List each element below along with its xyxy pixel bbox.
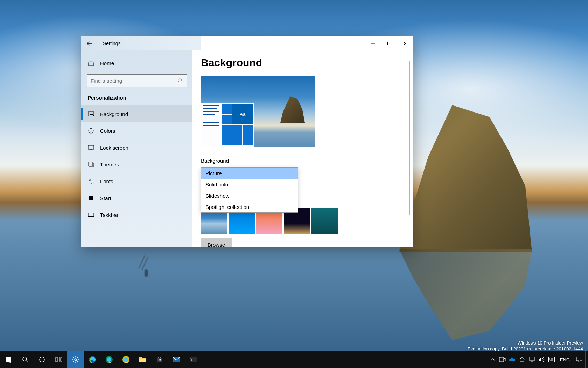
content-scrollbar[interactable]	[409, 61, 410, 215]
tray-show-hidden[interactable]	[488, 351, 498, 368]
thumbnail-5[interactable]	[312, 208, 338, 234]
browse-button[interactable]: Browse	[201, 238, 232, 247]
close-button[interactable]	[397, 36, 413, 50]
svg-rect-18	[55, 358, 57, 361]
edge-dev-icon: DEV	[105, 356, 113, 363]
task-view-button[interactable]	[50, 351, 67, 368]
svg-rect-8	[90, 149, 92, 150]
taskbar-app-explorer[interactable]	[134, 351, 151, 368]
settings-window: Settings Home	[81, 36, 413, 247]
svg-rect-9	[89, 162, 93, 166]
sidebar-item-lock-screen[interactable]: Lock screen	[81, 139, 192, 156]
edge-icon	[89, 356, 96, 363]
svg-rect-35	[499, 357, 504, 362]
sidebar-item-background[interactable]: Background	[81, 105, 192, 122]
themes-icon	[88, 161, 94, 168]
watermark-line1: Windows 10 Pro Insider Preview	[468, 340, 583, 346]
svg-rect-0	[388, 42, 391, 45]
search-wrap	[81, 71, 192, 87]
desktop-watermark: Windows 10 Pro Insider Preview Evaluatio…	[468, 340, 583, 352]
preview-aa-tile: Aa	[232, 104, 253, 124]
taskbar-app-settings[interactable]	[67, 351, 84, 368]
tray-language[interactable]: ENG	[556, 357, 573, 362]
search-input[interactable]	[91, 78, 177, 84]
sidebar-item-fonts[interactable]: AA Fonts	[81, 173, 192, 190]
dropdown-option-picture[interactable]: Picture	[201, 168, 298, 179]
taskbar-app-terminal[interactable]	[185, 351, 202, 368]
minimize-button[interactable]	[365, 36, 381, 50]
dropdown-option-spotlight[interactable]: Spotlight collection	[201, 201, 298, 212]
sidebar-item-label: Background	[100, 111, 128, 117]
sidebar-home[interactable]: Home	[81, 55, 192, 71]
show-desktop-button[interactable]	[585, 351, 588, 368]
store-icon	[156, 356, 163, 363]
svg-point-4	[90, 130, 90, 130]
tray-onedrive-2[interactable]	[517, 351, 527, 368]
tray-volume[interactable]	[537, 351, 547, 368]
keyboard-icon	[548, 357, 555, 362]
tray-action-center[interactable]	[573, 351, 585, 368]
sidebar-item-label: Colors	[100, 128, 115, 134]
svg-rect-34	[190, 357, 197, 362]
search-button[interactable]	[17, 351, 34, 368]
desktop: Windows 10 Pro Insider Preview Evaluatio…	[0, 0, 588, 368]
svg-rect-31	[159, 361, 160, 362]
svg-point-3	[89, 128, 93, 133]
tray-network[interactable]	[527, 351, 537, 368]
wallpaper-rock	[399, 105, 532, 252]
svg-point-1	[178, 79, 182, 82]
search-box[interactable]	[87, 74, 187, 87]
window-body: Home Personalization Background Colors	[81, 50, 413, 247]
tray-onedrive[interactable]	[507, 351, 517, 368]
background-preview: Aa	[201, 76, 315, 147]
taskbar-app-mail[interactable]	[168, 351, 185, 368]
camera-icon	[499, 357, 506, 362]
sidebar-item-taskbar[interactable]: Taskbar	[81, 206, 192, 223]
back-arrow-icon	[87, 41, 92, 46]
taskbar-app-edge[interactable]	[84, 351, 101, 368]
svg-point-17	[40, 357, 44, 362]
cloud-outline-icon	[519, 357, 526, 362]
close-icon	[403, 41, 407, 46]
tray-meet-now[interactable]	[498, 351, 507, 368]
taskbar-app-edge-dev[interactable]: DEV	[101, 351, 118, 368]
svg-text:DEV: DEV	[107, 361, 111, 363]
window-title: Settings	[103, 41, 121, 46]
picture-icon	[88, 110, 94, 117]
taskbar-left: DEV CAN	[0, 351, 202, 368]
folder-icon	[139, 356, 147, 363]
start-button[interactable]	[0, 351, 17, 368]
terminal-icon	[189, 356, 197, 363]
sidebar-item-colors[interactable]: Colors	[81, 122, 192, 139]
palette-icon	[88, 127, 94, 134]
dropdown-option-solid-color[interactable]: Solid color	[201, 179, 298, 190]
maximize-button[interactable]	[381, 36, 397, 50]
sidebar-item-label: Fonts	[100, 178, 113, 184]
gear-icon	[72, 356, 79, 363]
mail-icon	[173, 356, 180, 363]
sidebar-home-label: Home	[100, 60, 114, 66]
svg-point-5	[92, 130, 92, 130]
tray-ime[interactable]	[547, 351, 556, 368]
cortana-button[interactable]	[34, 351, 50, 368]
background-type-dropdown[interactable]: Picture Solid color Slideshow Spotlight …	[201, 167, 298, 213]
taskbar-app-store[interactable]	[151, 351, 168, 368]
sidebar-item-start[interactable]: Start	[81, 190, 192, 206]
wallpaper-rock-reflection	[399, 249, 532, 340]
window-controls	[365, 36, 413, 50]
page-heading: Background	[201, 57, 405, 69]
svg-rect-10	[89, 196, 91, 198]
dropdown-option-slideshow[interactable]: Slideshow	[201, 190, 298, 201]
svg-rect-12	[89, 198, 91, 200]
background-section-label: Background	[201, 158, 405, 164]
chevron-up-icon	[491, 357, 495, 362]
edge-canary-icon: CAN	[122, 356, 130, 363]
lock-screen-icon	[88, 144, 94, 151]
titlebar[interactable]: Settings	[81, 36, 413, 50]
windows-logo-icon	[5, 356, 12, 363]
svg-rect-13	[91, 198, 93, 200]
taskbar-app-edge-canary[interactable]: CAN	[118, 351, 134, 368]
back-button[interactable]	[81, 36, 98, 50]
sidebar-item-themes[interactable]: Themes	[81, 156, 192, 173]
search-icon	[21, 356, 29, 363]
